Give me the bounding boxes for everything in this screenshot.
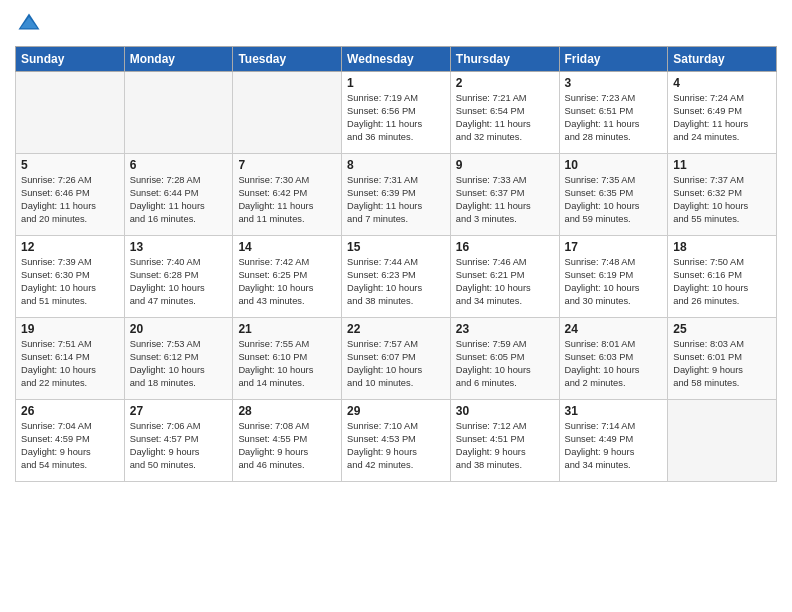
day-number: 25 <box>673 322 771 336</box>
day-number: 30 <box>456 404 554 418</box>
calendar-cell: 4Sunrise: 7:24 AM Sunset: 6:49 PM Daylig… <box>668 72 777 154</box>
day-number: 19 <box>21 322 119 336</box>
calendar-header-row: SundayMondayTuesdayWednesdayThursdayFrid… <box>16 47 777 72</box>
day-info: Sunrise: 8:01 AM Sunset: 6:03 PM Dayligh… <box>565 338 663 390</box>
calendar-cell: 17Sunrise: 7:48 AM Sunset: 6:19 PM Dayli… <box>559 236 668 318</box>
day-number: 3 <box>565 76 663 90</box>
calendar-cell <box>124 72 233 154</box>
day-number: 6 <box>130 158 228 172</box>
calendar-cell: 16Sunrise: 7:46 AM Sunset: 6:21 PM Dayli… <box>450 236 559 318</box>
calendar-week-row: 19Sunrise: 7:51 AM Sunset: 6:14 PM Dayli… <box>16 318 777 400</box>
col-header-wednesday: Wednesday <box>342 47 451 72</box>
day-info: Sunrise: 7:08 AM Sunset: 4:55 PM Dayligh… <box>238 420 336 472</box>
calendar-cell <box>668 400 777 482</box>
calendar-cell: 31Sunrise: 7:14 AM Sunset: 4:49 PM Dayli… <box>559 400 668 482</box>
day-number: 18 <box>673 240 771 254</box>
calendar-cell: 19Sunrise: 7:51 AM Sunset: 6:14 PM Dayli… <box>16 318 125 400</box>
day-number: 31 <box>565 404 663 418</box>
day-number: 8 <box>347 158 445 172</box>
day-number: 2 <box>456 76 554 90</box>
calendar-cell: 24Sunrise: 8:01 AM Sunset: 6:03 PM Dayli… <box>559 318 668 400</box>
page: SundayMondayTuesdayWednesdayThursdayFrid… <box>0 0 792 612</box>
day-info: Sunrise: 7:28 AM Sunset: 6:44 PM Dayligh… <box>130 174 228 226</box>
logo <box>15 10 47 38</box>
day-info: Sunrise: 7:44 AM Sunset: 6:23 PM Dayligh… <box>347 256 445 308</box>
day-info: Sunrise: 7:53 AM Sunset: 6:12 PM Dayligh… <box>130 338 228 390</box>
day-number: 4 <box>673 76 771 90</box>
calendar-cell: 26Sunrise: 7:04 AM Sunset: 4:59 PM Dayli… <box>16 400 125 482</box>
calendar-cell: 7Sunrise: 7:30 AM Sunset: 6:42 PM Daylig… <box>233 154 342 236</box>
calendar-cell: 11Sunrise: 7:37 AM Sunset: 6:32 PM Dayli… <box>668 154 777 236</box>
day-number: 17 <box>565 240 663 254</box>
calendar-cell: 15Sunrise: 7:44 AM Sunset: 6:23 PM Dayli… <box>342 236 451 318</box>
calendar-cell: 22Sunrise: 7:57 AM Sunset: 6:07 PM Dayli… <box>342 318 451 400</box>
day-info: Sunrise: 7:42 AM Sunset: 6:25 PM Dayligh… <box>238 256 336 308</box>
day-info: Sunrise: 7:48 AM Sunset: 6:19 PM Dayligh… <box>565 256 663 308</box>
day-number: 16 <box>456 240 554 254</box>
day-info: Sunrise: 7:31 AM Sunset: 6:39 PM Dayligh… <box>347 174 445 226</box>
calendar-week-row: 12Sunrise: 7:39 AM Sunset: 6:30 PM Dayli… <box>16 236 777 318</box>
day-number: 15 <box>347 240 445 254</box>
calendar-cell: 18Sunrise: 7:50 AM Sunset: 6:16 PM Dayli… <box>668 236 777 318</box>
calendar-week-row: 5Sunrise: 7:26 AM Sunset: 6:46 PM Daylig… <box>16 154 777 236</box>
day-number: 13 <box>130 240 228 254</box>
calendar-cell: 30Sunrise: 7:12 AM Sunset: 4:51 PM Dayli… <box>450 400 559 482</box>
day-info: Sunrise: 7:37 AM Sunset: 6:32 PM Dayligh… <box>673 174 771 226</box>
calendar-cell: 14Sunrise: 7:42 AM Sunset: 6:25 PM Dayli… <box>233 236 342 318</box>
day-info: Sunrise: 7:06 AM Sunset: 4:57 PM Dayligh… <box>130 420 228 472</box>
day-info: Sunrise: 7:30 AM Sunset: 6:42 PM Dayligh… <box>238 174 336 226</box>
day-number: 29 <box>347 404 445 418</box>
day-number: 24 <box>565 322 663 336</box>
calendar-cell: 6Sunrise: 7:28 AM Sunset: 6:44 PM Daylig… <box>124 154 233 236</box>
day-number: 10 <box>565 158 663 172</box>
day-number: 21 <box>238 322 336 336</box>
header <box>15 10 777 38</box>
calendar-cell: 3Sunrise: 7:23 AM Sunset: 6:51 PM Daylig… <box>559 72 668 154</box>
col-header-tuesday: Tuesday <box>233 47 342 72</box>
col-header-friday: Friday <box>559 47 668 72</box>
calendar-cell: 23Sunrise: 7:59 AM Sunset: 6:05 PM Dayli… <box>450 318 559 400</box>
day-info: Sunrise: 7:04 AM Sunset: 4:59 PM Dayligh… <box>21 420 119 472</box>
calendar-cell: 20Sunrise: 7:53 AM Sunset: 6:12 PM Dayli… <box>124 318 233 400</box>
day-info: Sunrise: 7:51 AM Sunset: 6:14 PM Dayligh… <box>21 338 119 390</box>
calendar-cell: 9Sunrise: 7:33 AM Sunset: 6:37 PM Daylig… <box>450 154 559 236</box>
calendar-cell: 10Sunrise: 7:35 AM Sunset: 6:35 PM Dayli… <box>559 154 668 236</box>
day-info: Sunrise: 7:12 AM Sunset: 4:51 PM Dayligh… <box>456 420 554 472</box>
day-info: Sunrise: 7:39 AM Sunset: 6:30 PM Dayligh… <box>21 256 119 308</box>
col-header-sunday: Sunday <box>16 47 125 72</box>
calendar-week-row: 1Sunrise: 7:19 AM Sunset: 6:56 PM Daylig… <box>16 72 777 154</box>
day-number: 26 <box>21 404 119 418</box>
day-number: 9 <box>456 158 554 172</box>
day-info: Sunrise: 7:21 AM Sunset: 6:54 PM Dayligh… <box>456 92 554 144</box>
calendar-table: SundayMondayTuesdayWednesdayThursdayFrid… <box>15 46 777 482</box>
day-number: 1 <box>347 76 445 90</box>
calendar-cell: 13Sunrise: 7:40 AM Sunset: 6:28 PM Dayli… <box>124 236 233 318</box>
generalblue-icon <box>15 10 43 38</box>
day-number: 11 <box>673 158 771 172</box>
day-number: 23 <box>456 322 554 336</box>
col-header-monday: Monday <box>124 47 233 72</box>
day-info: Sunrise: 7:10 AM Sunset: 4:53 PM Dayligh… <box>347 420 445 472</box>
calendar-cell <box>233 72 342 154</box>
calendar-cell: 28Sunrise: 7:08 AM Sunset: 4:55 PM Dayli… <box>233 400 342 482</box>
day-info: Sunrise: 7:46 AM Sunset: 6:21 PM Dayligh… <box>456 256 554 308</box>
calendar-cell <box>16 72 125 154</box>
day-info: Sunrise: 7:14 AM Sunset: 4:49 PM Dayligh… <box>565 420 663 472</box>
day-info: Sunrise: 7:55 AM Sunset: 6:10 PM Dayligh… <box>238 338 336 390</box>
day-info: Sunrise: 7:50 AM Sunset: 6:16 PM Dayligh… <box>673 256 771 308</box>
calendar-cell: 2Sunrise: 7:21 AM Sunset: 6:54 PM Daylig… <box>450 72 559 154</box>
day-number: 14 <box>238 240 336 254</box>
col-header-saturday: Saturday <box>668 47 777 72</box>
col-header-thursday: Thursday <box>450 47 559 72</box>
calendar-cell: 25Sunrise: 8:03 AM Sunset: 6:01 PM Dayli… <box>668 318 777 400</box>
day-info: Sunrise: 7:23 AM Sunset: 6:51 PM Dayligh… <box>565 92 663 144</box>
day-number: 27 <box>130 404 228 418</box>
calendar-cell: 1Sunrise: 7:19 AM Sunset: 6:56 PM Daylig… <box>342 72 451 154</box>
day-number: 22 <box>347 322 445 336</box>
calendar-cell: 21Sunrise: 7:55 AM Sunset: 6:10 PM Dayli… <box>233 318 342 400</box>
day-info: Sunrise: 7:24 AM Sunset: 6:49 PM Dayligh… <box>673 92 771 144</box>
calendar-week-row: 26Sunrise: 7:04 AM Sunset: 4:59 PM Dayli… <box>16 400 777 482</box>
day-info: Sunrise: 8:03 AM Sunset: 6:01 PM Dayligh… <box>673 338 771 390</box>
day-number: 28 <box>238 404 336 418</box>
day-info: Sunrise: 7:26 AM Sunset: 6:46 PM Dayligh… <box>21 174 119 226</box>
